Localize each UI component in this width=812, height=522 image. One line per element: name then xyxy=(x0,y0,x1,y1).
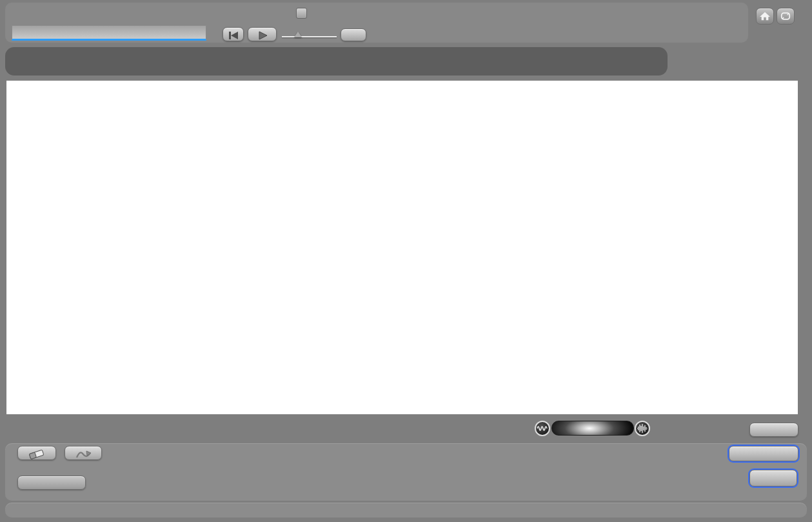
skip-back-icon xyxy=(227,31,240,40)
volume-slider[interactable] xyxy=(551,421,634,436)
bar-range-input[interactable] xyxy=(12,25,206,41)
erase-beat-button[interactable] xyxy=(17,446,56,460)
play-icon xyxy=(256,31,269,40)
tempo-dynamic-button[interactable] xyxy=(17,476,86,490)
home-icon xyxy=(759,11,771,21)
volume-min-button[interactable] xyxy=(535,421,550,436)
waveform-overview-strip[interactable] xyxy=(5,47,668,75)
fullscreen-button[interactable] xyxy=(777,8,795,25)
reset-button[interactable] xyxy=(341,28,366,41)
tempo-chart-panel[interactable] xyxy=(6,81,798,414)
move-beat-button[interactable] xyxy=(64,446,102,460)
play-button[interactable] xyxy=(248,27,277,41)
share-snapshot-button[interactable] xyxy=(729,446,798,461)
ioi-button[interactable] xyxy=(749,470,797,487)
waveform-icon xyxy=(637,423,648,434)
volume-max-button[interactable] xyxy=(635,421,650,436)
skip-back-button[interactable] xyxy=(223,27,244,41)
speed-slider-track[interactable] xyxy=(282,36,337,37)
fullscreen-icon xyxy=(780,11,791,21)
display-options-panel xyxy=(5,503,807,517)
home-button[interactable] xyxy=(756,8,774,25)
page-scroll-checkbox[interactable] xyxy=(296,8,307,19)
move-beat-icon xyxy=(74,448,93,460)
snapshot-button[interactable] xyxy=(749,423,798,437)
vmus-tempo-analysis-app xyxy=(0,0,812,522)
speed-slider-thumb[interactable] xyxy=(294,32,302,37)
beat-controls-panel xyxy=(5,443,807,501)
eraser-icon xyxy=(27,449,46,459)
sine-wave-icon xyxy=(537,424,548,433)
